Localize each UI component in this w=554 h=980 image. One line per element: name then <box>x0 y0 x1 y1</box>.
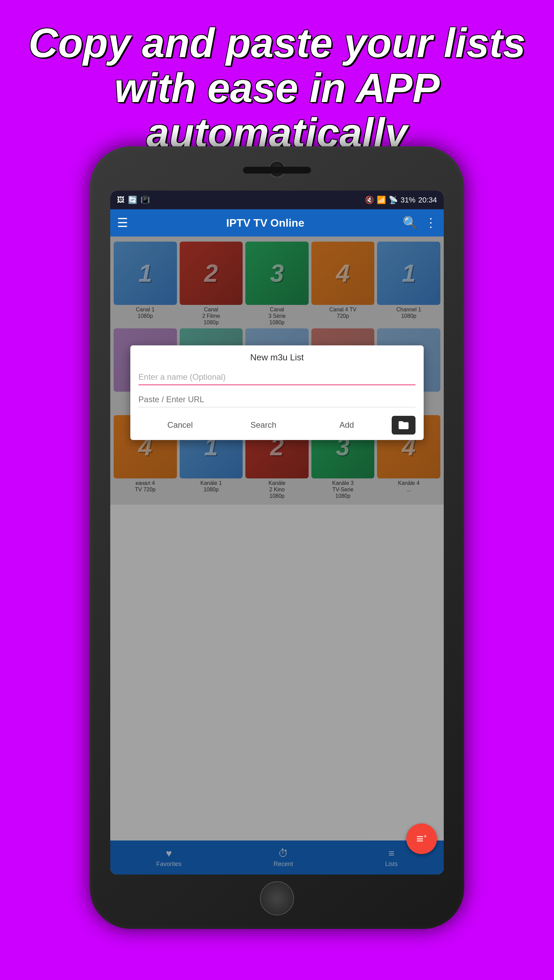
mute-icon: 🔇 <box>365 196 374 205</box>
voicemail-icon: 📳 <box>140 196 150 205</box>
menu-icon[interactable]: ☰ <box>117 216 128 230</box>
dialog-overlay: New m3u List Cancel Search Add <box>110 237 444 875</box>
cancel-button[interactable]: Cancel <box>138 415 222 434</box>
sync-icon: 🔄 <box>128 196 137 205</box>
dialog-name-input[interactable] <box>138 369 416 385</box>
phone-speaker <box>243 167 311 173</box>
clock-time: 20:34 <box>418 196 437 205</box>
battery-percent: 31% <box>401 196 416 205</box>
folder-browse-button[interactable] <box>392 416 416 434</box>
wifi-icon: 📶 <box>377 196 386 205</box>
phone-frame: 🖼 🔄 📳 🔇 📶 📡 31% 20:34 ☰ IPTV TV Online 🔍… <box>90 146 464 929</box>
app-toolbar: ☰ IPTV TV Online 🔍 ⋮ <box>110 209 444 237</box>
search-button[interactable]: Search <box>222 415 305 434</box>
new-m3u-dialog: New m3u List Cancel Search Add <box>131 345 423 440</box>
phone-device: 🖼 🔄 📳 🔇 📶 📡 31% 20:34 ☰ IPTV TV Online 🔍… <box>90 146 464 929</box>
status-left-icons: 🖼 🔄 📳 <box>117 196 150 205</box>
fab-icon: ≡+ <box>416 832 427 846</box>
phone-home-button[interactable] <box>260 881 294 915</box>
fab-add-button[interactable]: ≡+ <box>406 824 437 854</box>
add-button[interactable]: Add <box>305 415 388 434</box>
dialog-actions: Cancel Search Add <box>138 415 416 434</box>
phone-screen: 🖼 🔄 📳 🔇 📶 📡 31% 20:34 ☰ IPTV TV Online 🔍… <box>110 191 444 875</box>
promo-headline: Copy and paste your lists with ease in A… <box>21 21 533 155</box>
search-toolbar-icon[interactable]: 🔍 <box>403 216 418 230</box>
dialog-url-input[interactable] <box>138 392 416 407</box>
signal-icon: 📡 <box>388 196 398 205</box>
app-title: IPTV TV Online <box>135 217 396 229</box>
photo-icon: 🖼 <box>117 196 124 205</box>
status-right: 🔇 📶 📡 31% 20:34 <box>365 196 437 205</box>
dialog-title: New m3u List <box>138 352 416 363</box>
promo-section: Copy and paste your lists with ease in A… <box>0 21 554 155</box>
status-bar: 🖼 🔄 📳 🔇 📶 📡 31% 20:34 <box>110 191 444 209</box>
more-options-icon[interactable]: ⋮ <box>425 216 437 230</box>
